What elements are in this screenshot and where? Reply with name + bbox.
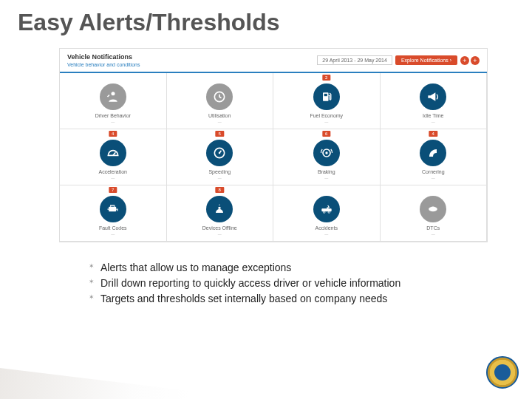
alert-badge: 8	[216, 187, 224, 193]
metric-subline: —	[167, 120, 273, 124]
metric-grid: Driver Behavior—Utilisation—2Fuel Econom…	[60, 73, 487, 242]
explore-button[interactable]: Explore Notifications ›	[395, 55, 457, 65]
metric-subline: —	[167, 176, 273, 180]
alert-badge: 7	[109, 187, 117, 193]
metric-cell[interactable]: 4Acceleration—	[60, 129, 167, 185]
alert-badge: 5	[216, 131, 224, 137]
metric-cell[interactable]: Accidents—	[273, 185, 381, 242]
bullet-item: Targets and thresholds set internally ba…	[89, 291, 502, 307]
date-range-picker[interactable]: 29 April 2013 - 29 May 2014	[317, 55, 392, 65]
svg-point-12	[328, 211, 330, 214]
dashboard-screenshot: Vehicle Notifications Vehicle behavior a…	[59, 48, 488, 242]
alert-badge: 4	[109, 131, 117, 137]
svg-rect-8	[109, 207, 116, 212]
metric-cell[interactable]: Idle Time—	[381, 73, 488, 129]
metric-subline: —	[381, 120, 487, 124]
metric-label: Utilisation	[167, 113, 273, 118]
metric-cell[interactable]: 6Braking—	[273, 129, 381, 185]
corner-icon	[420, 140, 446, 166]
metric-subline: —	[381, 176, 487, 180]
metric-label: Fault Codes	[60, 225, 166, 231]
add-button-1[interactable]: +	[460, 56, 469, 65]
accident-icon	[313, 196, 340, 222]
metric-label: Devices Offline	[167, 225, 273, 231]
dashboard-subheading: Vehicle behavior and conditions	[67, 62, 317, 67]
metric-subline: —	[273, 176, 380, 180]
dashboard-header: Vehicle Notifications Vehicle behavior a…	[60, 49, 487, 73]
clock-icon	[206, 83, 233, 110]
fuel-icon	[313, 83, 340, 110]
metric-cell[interactable]: Utilisation—	[167, 73, 274, 129]
decorative-wedge	[0, 347, 192, 399]
svg-rect-10	[321, 208, 331, 211]
metric-label: Braking	[273, 169, 380, 174]
metric-label: Speeding	[167, 169, 273, 174]
metric-label: Fuel Economy	[273, 113, 380, 118]
metric-label: Driver Behavior	[60, 113, 166, 118]
metric-cell[interactable]: 2Fuel Economy—	[273, 73, 381, 129]
alert-badge: 6	[322, 131, 330, 137]
metric-cell[interactable]: DTCs—	[381, 185, 488, 242]
alert-badge: 2	[322, 75, 330, 81]
speed-icon	[206, 140, 233, 166]
bullet-item: Alerts that allow us to manage exception…	[89, 260, 502, 276]
alert-badge: 4	[429, 131, 437, 137]
metric-subline: —	[167, 232, 273, 236]
person-icon	[100, 83, 126, 110]
svg-point-5	[219, 152, 221, 154]
svg-point-9	[219, 207, 221, 209]
metric-cell[interactable]: 5Speeding—	[167, 129, 274, 185]
horn-icon	[420, 83, 446, 110]
svg-rect-3	[324, 94, 327, 96]
metric-cell[interactable]: 7Fault Codes—	[60, 185, 167, 242]
metric-subline: —	[381, 232, 487, 236]
metric-label: Accidents	[273, 225, 380, 231]
gauge-icon	[100, 140, 126, 166]
svg-point-7	[325, 151, 327, 154]
metric-label: Cornering	[381, 169, 487, 174]
metric-cell[interactable]: 8Devices Offline—	[167, 185, 274, 242]
metric-cell[interactable]: 4Cornering—	[381, 129, 488, 185]
svg-point-0	[111, 92, 115, 95]
svg-point-11	[323, 211, 325, 214]
metric-cell[interactable]: Driver Behavior—	[60, 73, 167, 129]
slide-title: Easy Alerts/Thresholds	[0, 0, 532, 42]
metric-subline: —	[273, 120, 380, 124]
svg-rect-14	[432, 207, 434, 208]
metric-label: Idle Time	[381, 113, 487, 118]
city-seal-logo	[486, 356, 519, 389]
add-button-2[interactable]: +	[471, 56, 480, 65]
metric-subline: —	[60, 232, 166, 236]
metric-subline: —	[60, 120, 166, 124]
dtc-icon	[420, 196, 446, 222]
metric-subline: —	[273, 232, 380, 236]
bullet-item: Drill down reporting to quickly access d…	[89, 276, 502, 291]
bullet-list: Alerts that allow us to manage exception…	[89, 260, 502, 307]
dashboard-heading: Vehicle Notifications	[67, 53, 317, 61]
offline-icon	[206, 196, 233, 222]
engine-icon	[100, 196, 126, 222]
brake-icon	[313, 140, 340, 166]
metric-subline: —	[60, 176, 166, 180]
metric-label: DTCs	[381, 225, 487, 231]
metric-label: Acceleration	[60, 169, 166, 174]
